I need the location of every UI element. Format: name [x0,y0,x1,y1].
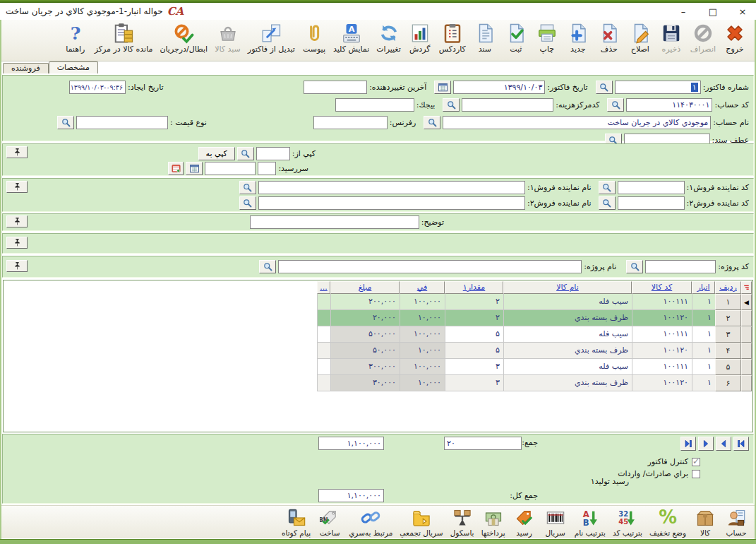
due-date-input[interactable] [205,162,256,175]
project-code-input[interactable] [645,260,716,273]
row-number-cell[interactable]: ۲ [715,310,741,326]
changes-button[interactable]: تغييرات [373,21,404,54]
column-header-3[interactable]: نام کالا [503,281,632,294]
more-cell[interactable] [317,343,330,359]
project-name-search-button[interactable] [259,260,276,273]
sort-by-code-button[interactable]: 3245بترتيب کد [609,507,646,538]
table-cell[interactable]: سيب فله [503,326,632,343]
rep2-name-search-button[interactable] [239,196,256,210]
table-cell[interactable]: ۵۰۰,۰۰۰ [330,326,400,343]
kardex-button[interactable]: کاردکس [436,21,469,54]
goods-button[interactable]: کالا [690,507,721,538]
description-input[interactable] [250,215,419,229]
table-cell[interactable]: سيب فله [503,359,632,375]
print-button[interactable]: چاپ [532,21,563,54]
table-cell[interactable]: ۱۰۰۱۲۰ [632,343,692,359]
row-number-cell[interactable]: ۳ [715,326,741,343]
table-cell[interactable]: ظرف بسته بندي [503,310,632,326]
related-to-series-button[interactable]: مرتبط به‌سري [345,507,396,538]
nav-next-button[interactable] [698,437,714,451]
close-button[interactable]: × [738,7,748,17]
payments-button[interactable]: پرداختها [478,507,509,538]
table-cell[interactable]: سيب فله [503,294,632,310]
pin-empty-band-button[interactable] [6,237,28,249]
row-selector[interactable] [741,343,752,359]
table-cell[interactable]: ۱۰۰۱۱۱ [632,359,692,375]
nav-first-button[interactable] [733,437,749,451]
copy-from-search-button[interactable] [237,147,254,160]
edit-button[interactable]: اصلاح [625,21,656,54]
circulation-button[interactable]: گردش [404,21,436,54]
table-cell[interactable]: ۱۰۰۱۲۰ [632,310,692,326]
table-cell[interactable]: ۱ [692,359,715,375]
row-number-cell[interactable]: ۴ [715,343,741,359]
copy-from-input[interactable] [256,147,290,160]
receipt-button[interactable]: رسيد [509,507,540,538]
rep2-code-search-button[interactable] [599,196,616,210]
row-selector[interactable] [741,326,752,343]
column-header-4[interactable]: مقدار۱ [445,281,503,294]
account-code-search-button[interactable] [607,98,624,112]
due-date-calendar-button[interactable] [186,162,203,175]
project-code-search-button[interactable] [626,260,643,273]
void-in-progress-button[interactable]: ابطال/درجريان [156,21,211,54]
serial-button[interactable]: سريال [540,507,571,538]
rep2-name-input[interactable] [258,196,525,210]
cost-center-input[interactable] [462,98,553,112]
table-cell[interactable]: ۳ [445,375,503,391]
table-cell[interactable]: ۳ [445,359,503,375]
table-cell[interactable]: ۳۰۰,۰۰۰ [330,359,400,375]
account-name-input[interactable]: موجودي کالاي در جريان ساخت [443,116,711,129]
due-date-input-small[interactable] [258,162,276,175]
maximize-button[interactable]: □ [708,7,718,17]
account-code-input[interactable]: ۱۱۴۰۳۰۰۰۱ [626,98,712,112]
table-cell[interactable]: ۱۰۰,۰۰۰ [400,359,445,375]
control-invoice-checkbox[interactable] [692,458,700,466]
goods-balance-in-center-button[interactable]: مانده کالا در مرکز [91,21,157,54]
discount-status-button[interactable]: %وضع تخفيف [646,507,690,538]
table-cell[interactable]: ۱۰,۰۰۰ [400,343,445,359]
table-cell[interactable]: ۱۰۰۱۱۱ [632,326,692,343]
nav-prev-button[interactable] [716,437,731,451]
table-cell[interactable]: ۱۰,۰۰۰ [400,310,445,326]
table-cell[interactable]: ۱۰۰۱۱۱ [632,294,692,310]
rep1-code-input[interactable] [618,181,685,194]
nav-last-button[interactable] [680,437,696,451]
cost-center-search-button[interactable] [443,98,460,112]
table-cell[interactable]: ۵ [445,343,503,359]
table-cell[interactable]: ۵ [445,326,503,343]
column-header-2[interactable]: کد کالا [632,281,692,294]
table-cell[interactable]: ۱۰۰۱۲۰ [632,375,692,391]
rep1-name-search-button[interactable] [239,181,256,194]
row-number-cell[interactable]: ۶ [715,375,741,391]
row-selector[interactable] [741,359,752,375]
reference-input[interactable] [313,116,388,129]
table-cell[interactable]: ۲ [445,294,503,310]
column-header-5[interactable]: في [400,281,445,294]
sort-by-name-button[interactable]: ABبترتيب نام [571,507,609,538]
show-keyboard-button[interactable]: Aنمايش کليد [330,21,373,54]
table-cell[interactable]: ۱ [692,375,715,391]
row-number-cell[interactable]: ۵ [715,359,741,375]
copy-to-button[interactable]: کپي به [198,147,235,160]
table-cell[interactable]: ۱ [692,343,715,359]
table-cell[interactable]: ۱ [692,326,715,343]
invoice-number-input[interactable]: ۱ [615,81,701,94]
attachment-button[interactable]: پيوست [299,21,330,54]
more-cell[interactable] [317,294,330,310]
bijak-input[interactable] [335,98,414,112]
submit-button[interactable]: ثبت [500,21,532,54]
project-name-input[interactable] [278,260,582,273]
row-selector[interactable] [741,375,752,391]
document-button[interactable]: سند [469,21,500,54]
minimize-button[interactable]: – [678,7,688,17]
manufacture-button[interactable]: BNساخت [314,507,345,538]
help-button[interactable]: ?راهنما [60,21,91,54]
row-selector[interactable] [741,310,752,326]
table-cell[interactable]: ظرف بسته بندي [503,375,632,391]
convert-from-invoice-button[interactable]: تبديل از فاکتور [244,21,299,54]
invoice-date-calendar-button[interactable] [434,81,451,94]
more-cell[interactable] [317,326,330,343]
account-name-search-button[interactable] [424,116,440,129]
table-cell[interactable]: ۱ [692,294,715,310]
